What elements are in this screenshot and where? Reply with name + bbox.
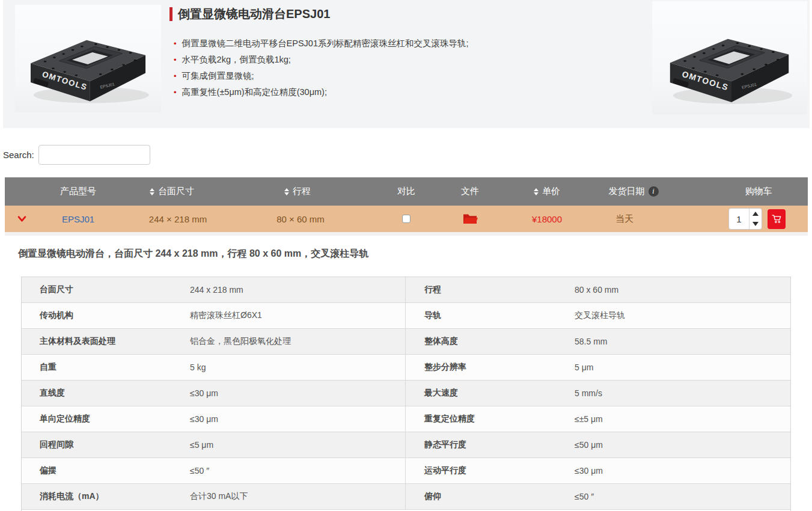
col-header-price[interactable]: 单价: [508, 177, 586, 206]
bullet-icon: •: [174, 55, 177, 64]
spec-value: ≤30 μm: [190, 406, 405, 432]
col-header-travel[interactable]: 行程: [252, 177, 343, 206]
chevron-down-icon: [17, 215, 26, 222]
spec-row: 回程间隙≤5 μm静态平行度≤50 μm: [22, 432, 790, 458]
quantity-down-button[interactable]: [749, 219, 762, 229]
spec-label: 俯仰: [405, 484, 575, 509]
spec-value: 58.5 mm: [575, 329, 790, 354]
row-divider: [5, 232, 808, 236]
spec-value: ≤50 μm: [575, 432, 790, 457]
price-value: ¥18000: [532, 214, 562, 224]
spec-value: 5 μm: [575, 355, 790, 380]
spec-label: 运动平行度: [405, 458, 575, 483]
spec-value: 合计30 mA以下: [190, 484, 405, 509]
bullet-icon: •: [174, 88, 177, 97]
folder-icon: [462, 213, 478, 225]
spec-row: 偏摆≤50 ″运动平行度≤30 μm: [22, 458, 790, 484]
surface-size-value: 244 × 218 mm: [149, 214, 207, 224]
product-image-right: [652, 1, 807, 114]
spec-row: 单向定位精度≤30 μm重复定位精度≤±5 μm: [22, 406, 790, 432]
spec-value: ≤30 μm: [190, 381, 405, 406]
sort-icon[interactable]: [150, 188, 154, 195]
spec-row: 主体材料及表面处理铝合金，黑色阳极氧化处理整体高度58.5 mm: [22, 329, 790, 355]
sort-icon[interactable]: [534, 188, 539, 195]
travel-value: 80 × 60 mm: [276, 214, 325, 224]
bullet-icon: •: [174, 72, 177, 81]
add-to-cart-button[interactable]: [768, 209, 786, 229]
title-accent-bar: [169, 7, 172, 21]
spec-row: 传动机构精密滚珠丝杠Ø6X1导轨交叉滚柱导轨: [22, 303, 790, 329]
spec-label: 行程: [405, 277, 575, 302]
spec-row: 自重5 kg整步分辨率5 μm: [22, 355, 790, 381]
spec-table: 台面尺寸244 x 218 mm行程80 x 60 mm传动机构精密滚珠丝杠Ø6…: [21, 277, 791, 511]
bullet-icon: •: [174, 39, 177, 48]
feature-item: •高重复性(±5μm)和高定位精度(30μm);: [174, 84, 468, 100]
page-title: 倒置显微镜电动滑台EPSJ01: [178, 6, 330, 22]
feature-item: •倒置显微镜二维电动平移台EPSJ01系列标配精密滚珠丝杠和交叉滚珠导轨;: [174, 35, 468, 52]
spec-label: 单向定位精度: [22, 406, 190, 432]
compare-checkbox[interactable]: [402, 215, 411, 223]
col-header-file: 文件: [434, 177, 506, 206]
col-header-surface[interactable]: 台面尺寸: [130, 177, 214, 206]
spec-value: ≤5 μm: [190, 432, 405, 457]
spec-value: 铝合金，黑色阳极氧化处理: [190, 329, 405, 354]
sort-icon[interactable]: [284, 188, 289, 195]
spec-value: 5 kg: [190, 355, 405, 380]
col-header-delivery: 发货日期 i: [585, 177, 682, 206]
col-header-compare: 对比: [370, 177, 442, 206]
product-model-link[interactable]: EPSJ01: [62, 214, 94, 224]
spec-label: 重复定位精度: [405, 406, 575, 432]
spec-value: 5 mm/s: [575, 381, 790, 406]
spec-value: ≤50 ″: [190, 458, 405, 483]
product-table-header: 产品型号 台面尺寸 行程 对比 文件 单价 发货日期 i 购物车: [5, 177, 808, 206]
col-header-cart: 购物车: [722, 177, 795, 206]
spec-label: 导轨: [405, 303, 575, 328]
quantity-up-button[interactable]: [749, 209, 762, 219]
spec-label: 整步分辨率: [405, 355, 575, 380]
product-image-left: [15, 5, 161, 112]
product-banner: OMTOOLS EPSJ01 倒置显微镜电动滑台EPSJ01 •倒置显微镜二维电…: [3, 0, 810, 128]
col-header-model[interactable]: 产品型号: [36, 177, 120, 206]
spec-label: 自重: [22, 355, 190, 380]
spec-label: 直线度: [22, 381, 190, 406]
search-input[interactable]: [38, 145, 150, 165]
spec-value: ≤50 ″: [575, 484, 790, 509]
spec-row: 直线度≤30 μm最大速度5 mm/s: [22, 381, 790, 406]
spec-label: 最大速度: [405, 381, 575, 406]
product-row: EPSJ01 244 × 218 mm 80 × 60 mm ¥18000 当天: [5, 206, 808, 232]
feature-item: •水平负载2kg，倒置负载1kg;: [174, 52, 468, 68]
spec-label: 回程间隙: [22, 432, 190, 457]
spec-label: 传动机构: [22, 303, 190, 328]
cart-icon: [771, 213, 783, 224]
file-download[interactable]: [434, 206, 506, 232]
product-summary: 倒置显微镜电动滑台，台面尺寸 244 x 218 mm，行程 80 x 60 m…: [18, 248, 368, 260]
info-icon[interactable]: i: [649, 186, 659, 197]
spec-label: 偏摆: [22, 458, 190, 483]
spec-row: 台面尺寸244 x 218 mm行程80 x 60 mm: [22, 277, 790, 303]
expand-row-button[interactable]: [10, 206, 34, 232]
quantity-input[interactable]: [729, 214, 749, 224]
search-bar: Search:: [3, 144, 150, 165]
spec-value: 精密滚珠丝杠Ø6X1: [190, 303, 405, 328]
spec-label: 消耗电流（mA）: [22, 484, 190, 509]
spec-value: ≤±5 μm: [575, 406, 790, 432]
spec-label: 静态平行度: [405, 432, 575, 457]
spec-value: 244 x 218 mm: [190, 277, 405, 302]
product-table: 产品型号 台面尺寸 行程 对比 文件 单价 发货日期 i 购物车: [5, 177, 808, 236]
quantity-stepper: [728, 208, 762, 230]
feature-item: •可集成倒置显微镜;: [174, 68, 468, 84]
search-label: Search:: [3, 150, 34, 160]
spec-row: 消耗电流（mA）合计30 mA以下俯仰≤50 ″: [22, 484, 790, 510]
spec-value: ≤30 μm: [575, 458, 790, 483]
spec-value: 80 x 60 mm: [575, 277, 790, 302]
feature-list: •倒置显微镜二维电动平移台EPSJ01系列标配精密滚珠丝杠和交叉滚珠导轨; •水…: [174, 35, 468, 100]
spec-label: 整体高度: [405, 329, 575, 354]
spec-value: 交叉滚柱导轨: [575, 303, 790, 328]
spec-label: 主体材料及表面处理: [22, 329, 190, 354]
spec-label: 台面尺寸: [22, 277, 190, 302]
delivery-value: 当天: [615, 213, 633, 225]
